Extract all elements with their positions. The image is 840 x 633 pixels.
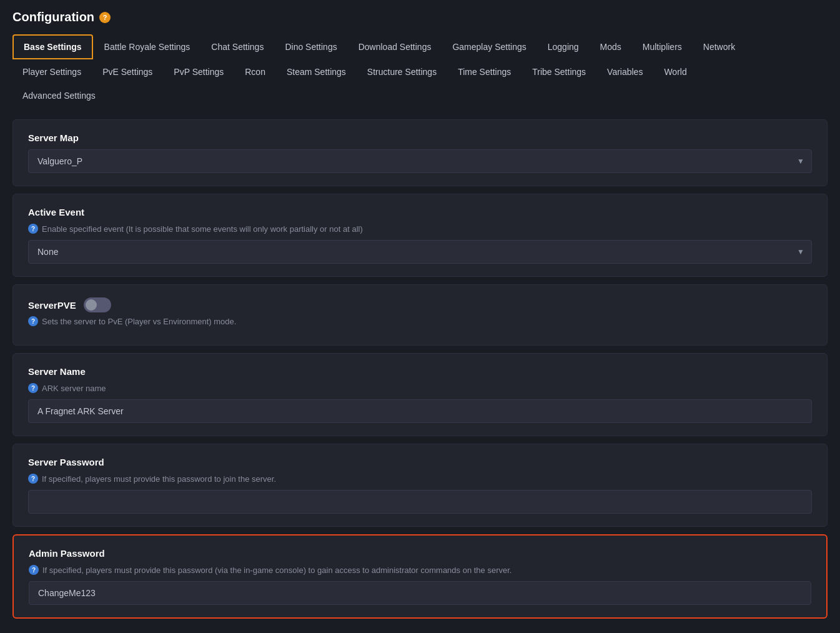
admin-password-help-icon[interactable]: ? [29,565,39,575]
tab-dino-settings[interactable]: Dino Settings [275,34,347,59]
server-name-help-icon[interactable]: ? [28,383,38,393]
tab-network[interactable]: Network [693,34,745,59]
tab-advanced-settings[interactable]: Advanced Settings [12,84,106,107]
active-event-select[interactable]: NoneWinterWonderlandTurkeySeasonEasterBi… [28,240,812,264]
page-title-row: Configuration ? [12,10,828,24]
active-event-help-icon[interactable]: ? [28,224,38,234]
page-info-icon[interactable]: ? [99,12,111,23]
tab-download-settings[interactable]: Download Settings [348,34,442,59]
tab-steam-settings[interactable]: Steam Settings [277,61,356,83]
tab-time-settings[interactable]: Time Settings [448,61,521,83]
admin-password-card: Admin Password ? If specified, players m… [12,534,828,619]
server-name-input[interactable] [28,399,812,423]
server-pve-help-icon[interactable]: ? [28,316,38,326]
tab-rcon[interactable]: Rcon [235,61,275,83]
server-map-select-wrapper: Valguero_PTheIslandScorchedEarth_PRagnar… [28,149,812,173]
server-pve-card: ServerPVE ? Sets the server to PvE (Play… [12,284,828,346]
admin-password-input[interactable] [29,581,811,605]
active-event-card: Active Event ? Enable specified event (I… [12,194,828,277]
nav-tabs-row3: Advanced Settings [12,84,828,107]
server-map-select[interactable]: Valguero_PTheIslandScorchedEarth_PRagnar… [28,149,812,173]
tab-variables[interactable]: Variables [597,61,653,83]
server-password-label: Server Password [28,457,812,467]
server-pve-sublabel: ? Sets the server to PvE (Player vs Envi… [28,316,812,326]
server-name-help-text: ARK server name [42,384,106,393]
server-pve-toggle[interactable] [84,297,111,312]
admin-password-sublabel: ? If specified, players must provide thi… [29,565,811,575]
server-pve-toggle-row: ServerPVE [28,297,812,312]
tab-tribe-settings[interactable]: Tribe Settings [522,61,596,83]
server-password-card: Server Password ? If specified, players … [12,444,828,527]
server-pve-slider [84,297,111,312]
admin-password-label: Admin Password [29,548,811,559]
server-pve-label: ServerPVE [28,300,76,311]
server-password-help-icon[interactable]: ? [28,474,38,484]
tab-world[interactable]: World [654,61,696,83]
active-event-label: Active Event [28,207,812,217]
tab-structure-settings[interactable]: Structure Settings [357,61,447,83]
admin-password-help-text: If specified, players must provide this … [42,566,511,575]
server-name-label: Server Name [28,366,812,377]
tab-chat-settings[interactable]: Chat Settings [201,34,274,59]
tab-mods[interactable]: Mods [590,34,631,59]
tab-gameplay-settings[interactable]: Gameplay Settings [442,34,536,59]
active-event-select-wrapper: NoneWinterWonderlandTurkeySeasonEasterBi… [28,240,812,264]
tab-battle-royale[interactable]: Battle Royale Settings [94,34,200,59]
tab-pve-settings[interactable]: PvE Settings [92,61,162,83]
page-container: Configuration ? Base SettingsBattle Roya… [0,0,840,629]
server-password-help-text: If specified, players must provide this … [42,474,276,484]
content-area: Server Map Valguero_PTheIslandScorchedEa… [12,119,828,619]
nav-tabs-row2: Player SettingsPvE SettingsPvP SettingsR… [12,61,828,83]
tab-pvp-settings[interactable]: PvP Settings [164,61,234,83]
tab-player-settings[interactable]: Player Settings [12,61,91,83]
tab-base-settings[interactable]: Base Settings [12,34,93,59]
tab-multipliers[interactable]: Multipliers [633,34,692,59]
server-password-input[interactable] [28,490,812,514]
server-name-sublabel: ? ARK server name [28,383,812,393]
tab-logging[interactable]: Logging [538,34,589,59]
server-name-card: Server Name ? ARK server name [12,353,828,436]
server-map-card: Server Map Valguero_PTheIslandScorchedEa… [12,119,828,186]
page-title: Configuration [12,10,94,24]
active-event-sublabel: ? Enable specified event (It is possible… [28,224,812,234]
active-event-help-text: Enable specified event (It is possible t… [42,224,363,234]
server-pve-help-text: Sets the server to PvE (Player vs Enviro… [42,317,236,326]
server-password-sublabel: ? If specified, players must provide thi… [28,474,812,484]
server-map-label: Server Map [28,132,812,143]
nav-tabs-row1: Base SettingsBattle Royale SettingsChat … [12,34,828,59]
